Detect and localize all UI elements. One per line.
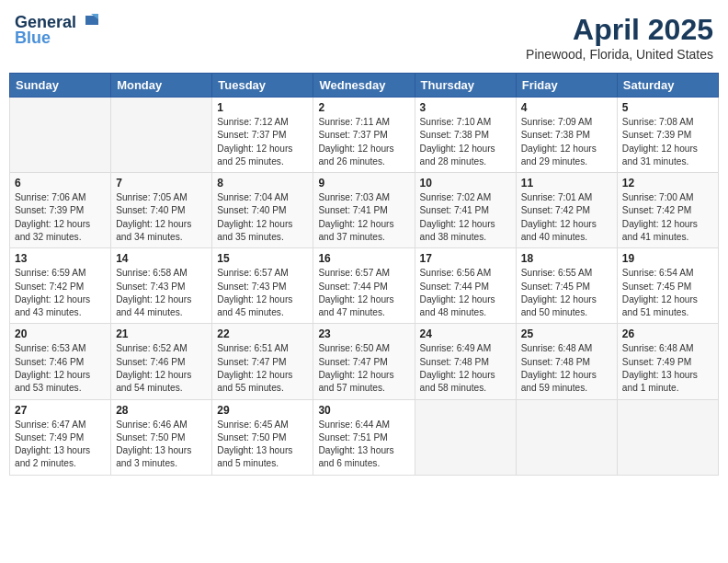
calendar-week-row: 13Sunrise: 6:59 AMSunset: 7:42 PMDayligh…: [10, 248, 719, 324]
day-info: Sunrise: 7:11 AMSunset: 7:37 PMDaylight:…: [318, 116, 409, 168]
calendar-cell: 4Sunrise: 7:09 AMSunset: 7:38 PMDaylight…: [516, 98, 617, 173]
day-info: Sunrise: 7:03 AMSunset: 7:41 PMDaylight:…: [318, 191, 409, 244]
calendar-cell: 5Sunrise: 7:08 AMSunset: 7:39 PMDaylight…: [617, 98, 718, 173]
calendar-cell: 17Sunrise: 6:56 AMSunset: 7:44 PMDayligh…: [415, 248, 516, 324]
day-number: 27: [15, 404, 106, 417]
day-info: Sunrise: 7:02 AMSunset: 7:41 PMDaylight:…: [420, 191, 511, 244]
weekday-header: Monday: [111, 74, 212, 98]
calendar-cell: 29Sunrise: 6:45 AMSunset: 7:50 PMDayligh…: [212, 399, 313, 475]
day-number: 11: [521, 177, 612, 190]
calendar-cell: 8Sunrise: 7:04 AMSunset: 7:40 PMDaylight…: [212, 173, 313, 248]
calendar-cell: [516, 399, 617, 475]
calendar-cell: 28Sunrise: 6:46 AMSunset: 7:50 PMDayligh…: [111, 399, 212, 475]
calendar-cell: 12Sunrise: 7:00 AMSunset: 7:42 PMDayligh…: [617, 173, 718, 248]
logo-icon: [78, 14, 98, 30]
day-number: 3: [420, 101, 511, 114]
day-info: Sunrise: 7:09 AMSunset: 7:38 PMDaylight:…: [521, 116, 612, 168]
calendar-cell: 14Sunrise: 6:58 AMSunset: 7:43 PMDayligh…: [111, 248, 212, 324]
day-number: 17: [420, 252, 511, 265]
day-info: Sunrise: 6:48 AMSunset: 7:48 PMDaylight:…: [521, 342, 612, 395]
day-info: Sunrise: 7:12 AMSunset: 7:37 PMDaylight:…: [217, 116, 308, 168]
calendar-cell: 26Sunrise: 6:48 AMSunset: 7:49 PMDayligh…: [617, 324, 718, 399]
title-area: April 2025 Pinewood, Florida, United Sta…: [526, 13, 713, 62]
day-info: Sunrise: 7:06 AMSunset: 7:39 PMDaylight:…: [15, 191, 106, 244]
day-info: Sunrise: 6:57 AMSunset: 7:44 PMDaylight:…: [318, 267, 409, 319]
day-info: Sunrise: 7:00 AMSunset: 7:42 PMDaylight:…: [622, 191, 713, 244]
calendar-cell: [415, 399, 516, 475]
weekday-header: Thursday: [415, 74, 516, 98]
weekday-header: Wednesday: [313, 74, 415, 98]
calendar-cell: 15Sunrise: 6:57 AMSunset: 7:43 PMDayligh…: [212, 248, 313, 324]
day-info: Sunrise: 6:56 AMSunset: 7:44 PMDaylight:…: [420, 267, 511, 319]
day-number: 22: [217, 327, 308, 340]
day-number: 20: [15, 327, 106, 340]
day-info: Sunrise: 6:44 AMSunset: 7:51 PMDaylight:…: [318, 419, 409, 471]
day-number: 23: [318, 327, 409, 340]
location-title: Pinewood, Florida, United States: [526, 47, 713, 62]
day-number: 13: [15, 252, 106, 265]
logo: General Blue: [15, 13, 98, 48]
calendar-week-row: 20Sunrise: 6:53 AMSunset: 7:46 PMDayligh…: [10, 324, 719, 399]
logo-blue-text: Blue: [15, 29, 51, 48]
calendar-week-row: 27Sunrise: 6:47 AMSunset: 7:49 PMDayligh…: [10, 399, 719, 475]
calendar-table: SundayMondayTuesdayWednesdayThursdayFrid…: [9, 73, 719, 476]
day-number: 8: [217, 177, 308, 190]
weekday-header: Tuesday: [212, 74, 313, 98]
calendar-week-row: 1Sunrise: 7:12 AMSunset: 7:37 PMDaylight…: [10, 98, 719, 173]
day-info: Sunrise: 6:48 AMSunset: 7:49 PMDaylight:…: [622, 342, 713, 395]
calendar-cell: [617, 399, 718, 475]
weekday-header: Sunday: [10, 74, 111, 98]
day-number: 16: [318, 252, 409, 265]
calendar-cell: 23Sunrise: 6:50 AMSunset: 7:47 PMDayligh…: [313, 324, 415, 399]
calendar-cell: 6Sunrise: 7:06 AMSunset: 7:39 PMDaylight…: [10, 173, 111, 248]
calendar-cell: [10, 98, 111, 173]
day-info: Sunrise: 6:51 AMSunset: 7:47 PMDaylight:…: [217, 342, 308, 395]
calendar-cell: [111, 98, 212, 173]
calendar-cell: 24Sunrise: 6:49 AMSunset: 7:48 PMDayligh…: [415, 324, 516, 399]
day-number: 24: [420, 327, 511, 340]
calendar-cell: 30Sunrise: 6:44 AMSunset: 7:51 PMDayligh…: [313, 399, 415, 475]
calendar-cell: 2Sunrise: 7:11 AMSunset: 7:37 PMDaylight…: [313, 98, 415, 173]
calendar-cell: 7Sunrise: 7:05 AMSunset: 7:40 PMDaylight…: [111, 173, 212, 248]
day-info: Sunrise: 7:01 AMSunset: 7:42 PMDaylight:…: [521, 191, 612, 244]
day-info: Sunrise: 6:47 AMSunset: 7:49 PMDaylight:…: [15, 419, 106, 471]
day-info: Sunrise: 6:52 AMSunset: 7:46 PMDaylight:…: [116, 342, 207, 395]
calendar-cell: 25Sunrise: 6:48 AMSunset: 7:48 PMDayligh…: [516, 324, 617, 399]
day-number: 12: [622, 177, 713, 190]
day-number: 2: [318, 101, 409, 114]
day-number: 5: [622, 101, 713, 114]
calendar-cell: 10Sunrise: 7:02 AMSunset: 7:41 PMDayligh…: [415, 173, 516, 248]
calendar-cell: 22Sunrise: 6:51 AMSunset: 7:47 PMDayligh…: [212, 324, 313, 399]
day-number: 28: [116, 404, 207, 417]
calendar-cell: 16Sunrise: 6:57 AMSunset: 7:44 PMDayligh…: [313, 248, 415, 324]
month-title: April 2025: [526, 13, 713, 47]
day-number: 25: [521, 327, 612, 340]
day-number: 18: [521, 252, 612, 265]
day-number: 6: [15, 177, 106, 190]
day-number: 26: [622, 327, 713, 340]
day-info: Sunrise: 6:59 AMSunset: 7:42 PMDaylight:…: [15, 267, 106, 319]
day-info: Sunrise: 6:57 AMSunset: 7:43 PMDaylight:…: [217, 267, 308, 319]
weekday-header-row: SundayMondayTuesdayWednesdayThursdayFrid…: [10, 74, 719, 98]
day-info: Sunrise: 6:50 AMSunset: 7:47 PMDaylight:…: [318, 342, 409, 395]
calendar-cell: 20Sunrise: 6:53 AMSunset: 7:46 PMDayligh…: [10, 324, 111, 399]
calendar-cell: 21Sunrise: 6:52 AMSunset: 7:46 PMDayligh…: [111, 324, 212, 399]
day-number: 1: [217, 101, 308, 114]
day-number: 9: [318, 177, 409, 190]
calendar-cell: 1Sunrise: 7:12 AMSunset: 7:37 PMDaylight…: [212, 98, 313, 173]
day-info: Sunrise: 6:45 AMSunset: 7:50 PMDaylight:…: [217, 419, 308, 471]
calendar-cell: 9Sunrise: 7:03 AMSunset: 7:41 PMDaylight…: [313, 173, 415, 248]
day-info: Sunrise: 7:05 AMSunset: 7:40 PMDaylight:…: [116, 191, 207, 244]
weekday-header: Friday: [516, 74, 617, 98]
day-info: Sunrise: 6:46 AMSunset: 7:50 PMDaylight:…: [116, 419, 207, 471]
day-number: 10: [420, 177, 511, 190]
day-info: Sunrise: 6:49 AMSunset: 7:48 PMDaylight:…: [420, 342, 511, 395]
day-number: 15: [217, 252, 308, 265]
day-number: 4: [521, 101, 612, 114]
calendar-cell: 18Sunrise: 6:55 AMSunset: 7:45 PMDayligh…: [516, 248, 617, 324]
day-info: Sunrise: 6:58 AMSunset: 7:43 PMDaylight:…: [116, 267, 207, 319]
calendar-cell: 27Sunrise: 6:47 AMSunset: 7:49 PMDayligh…: [10, 399, 111, 475]
weekday-header: Saturday: [617, 74, 718, 98]
day-info: Sunrise: 7:08 AMSunset: 7:39 PMDaylight:…: [622, 116, 713, 168]
calendar-cell: 11Sunrise: 7:01 AMSunset: 7:42 PMDayligh…: [516, 173, 617, 248]
